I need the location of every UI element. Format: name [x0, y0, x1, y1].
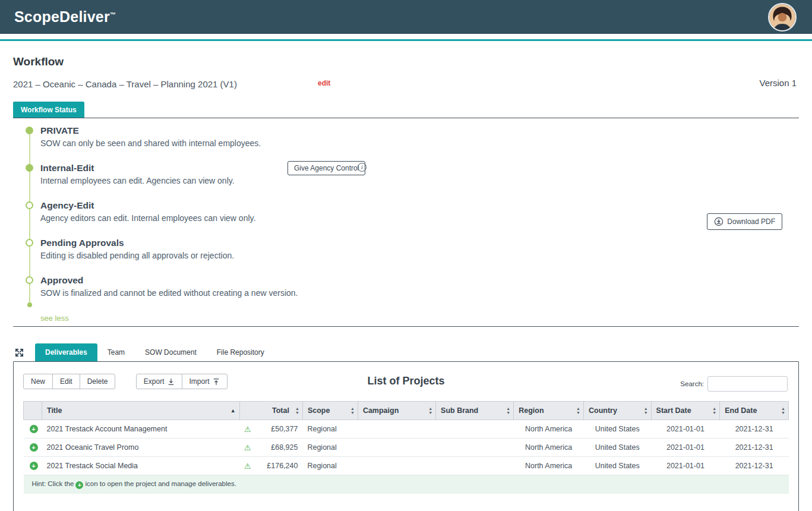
table-row[interactable]: 2021 Trestack Social Media £176,240 Regi… — [24, 457, 789, 475]
project-total-cell: £50,377 — [239, 420, 302, 439]
project-sub-brand-cell — [436, 420, 514, 439]
warning-icon — [244, 462, 251, 470]
sort-icon — [576, 407, 580, 415]
sort-asc-icon — [230, 408, 236, 414]
page-title: Workflow — [13, 55, 799, 68]
tab-team[interactable]: Team — [97, 343, 135, 361]
project-title-cell: 2021 Trestack Social Media — [42, 457, 239, 475]
step-description: Agency editors can edit. Internal employ… — [40, 213, 799, 223]
give-agency-control-button[interactable]: Give Agency Control — [287, 161, 365, 175]
project-total-cell: £176,240 — [239, 457, 302, 475]
column-header-title[interactable]: Title — [42, 402, 239, 420]
open-project-icon — [75, 481, 83, 489]
hint-row: Hint: Click theicon to open the project … — [24, 475, 789, 494]
import-upload-icon — [213, 378, 220, 386]
search-input[interactable] — [707, 376, 788, 392]
project-country-cell: United States — [583, 439, 651, 457]
tab-deliverables[interactable]: Deliverables — [35, 343, 97, 361]
column-header-campaign[interactable]: Campaign — [358, 402, 435, 420]
download-pdf-button[interactable]: Download PDF — [707, 213, 782, 230]
search-area: Search: — [680, 376, 788, 392]
delete-button[interactable]: Delete — [80, 374, 116, 389]
open-project-icon[interactable] — [30, 462, 38, 470]
column-header-end-date[interactable]: End Date — [720, 402, 789, 420]
projects-toolbar: New Edit Delete Export Import L — [23, 374, 789, 395]
download-icon — [714, 217, 723, 226]
projects-table: Title Total Scope Campaign Sub Brand Reg… — [23, 401, 789, 494]
table-row[interactable]: 2021 Oceanic Travel Promo £68,925 Region… — [24, 439, 789, 457]
workflow-timeline: PRIVATE SOW can only be seen and shared … — [13, 118, 799, 325]
table-header-row: Title Total Scope Campaign Sub Brand Reg… — [24, 402, 789, 420]
project-campaign-cell — [358, 439, 435, 457]
step-description: SOW can only be seen and shared with int… — [40, 138, 799, 148]
step-description: Internal employees can edit. Agencies ca… — [40, 176, 799, 185]
project-country-cell: United States — [583, 420, 651, 439]
edit-button[interactable]: Edit — [52, 374, 80, 389]
step-description: SOW is finalized and cannot be edited wi… — [40, 288, 799, 298]
sort-icon — [781, 407, 785, 415]
column-header-start-date[interactable]: Start Date — [651, 402, 720, 420]
sort-icon — [428, 407, 432, 415]
export-button[interactable]: Export — [136, 374, 182, 389]
project-region-cell: North America — [514, 457, 584, 475]
step-dot-empty-icon — [26, 276, 33, 284]
sort-icon — [712, 407, 716, 415]
tab-sow-document[interactable]: SOW Document — [135, 343, 207, 361]
column-header-scope[interactable]: Scope — [302, 402, 358, 420]
app-logo[interactable]: ScopeDeliver™ — [14, 8, 116, 26]
column-header-region[interactable]: Region — [514, 402, 584, 420]
see-less-link[interactable]: see less — [40, 314, 69, 323]
project-start-date-cell: 2021-01-01 — [651, 439, 720, 457]
detail-tabbar: Deliverables Team SOW Document File Repo… — [13, 343, 799, 361]
project-sub-brand-cell — [436, 457, 514, 475]
sow-title: 2021 – Oceanic – Canada – Travel – Plann… — [13, 79, 237, 89]
column-header-sub-brand[interactable]: Sub Brand — [436, 402, 514, 420]
hint-text-prefix: Hint: Click the — [32, 480, 74, 487]
step-dot-filled-icon — [26, 127, 33, 134]
app-title: ScopeDeliver — [14, 8, 110, 25]
sort-icon — [506, 407, 510, 415]
import-button[interactable]: Import — [182, 374, 228, 389]
project-end-date-cell: 2021-12-31 — [720, 457, 789, 475]
project-country-cell: United States — [583, 457, 651, 475]
project-scope-cell: Regional — [302, 439, 358, 457]
step-dot-filled-icon — [26, 164, 33, 172]
row-icon-column-header — [24, 402, 42, 420]
sow-header-row: 2021 – Oceanic – Canada – Travel – Plann… — [13, 78, 799, 91]
open-project-icon[interactable] — [30, 425, 38, 433]
export-import-group: Export Import — [136, 374, 228, 389]
info-icon[interactable] — [358, 163, 366, 172]
step-title: PRIVATE — [40, 125, 799, 136]
new-button[interactable]: New — [23, 374, 53, 389]
header-accent-line — [0, 39, 812, 41]
step-title: Approved — [40, 275, 799, 286]
avatar[interactable] — [768, 3, 797, 31]
tab-file-repository[interactable]: File Repository — [207, 343, 274, 361]
project-end-date-cell: 2021-12-31 — [720, 420, 789, 439]
workflow-step-internal-edit: Internal-Edit Internal employees can edi… — [13, 163, 799, 200]
column-header-total[interactable]: Total — [239, 402, 302, 420]
timeline-end-dot-icon — [27, 302, 32, 307]
trademark-symbol: ™ — [110, 11, 116, 18]
project-region-cell: North America — [514, 439, 584, 457]
expand-icon[interactable] — [14, 348, 24, 358]
version-label: Version 1 — [759, 78, 797, 88]
project-region-cell: North America — [514, 420, 584, 439]
project-campaign-cell — [358, 457, 435, 475]
project-total-cell: £68,925 — [239, 439, 302, 457]
step-title: Internal-Edit — [40, 163, 799, 174]
workflow-status-tab[interactable]: Workflow Status — [13, 102, 84, 118]
workflow-step-pending-approvals: Pending Approvals Editing is disabled pe… — [13, 238, 799, 275]
table-row[interactable]: 2021 Trestack Account Management £50,377… — [24, 420, 789, 439]
project-title-cell: 2021 Oceanic Travel Promo — [42, 439, 239, 457]
project-campaign-cell — [358, 420, 435, 439]
step-title: Agency-Edit — [40, 200, 799, 211]
app-header: ScopeDeliver™ — [0, 0, 812, 34]
project-sub-brand-cell — [436, 439, 514, 457]
column-header-country[interactable]: Country — [583, 402, 651, 420]
export-download-icon — [168, 378, 175, 386]
edit-link[interactable]: edit — [318, 79, 330, 87]
workflow-step-approved: Approved SOW is finalized and cannot be … — [13, 275, 799, 313]
open-project-icon[interactable] — [30, 443, 38, 452]
deliverables-panel: New Edit Delete Export Import L — [13, 361, 799, 511]
